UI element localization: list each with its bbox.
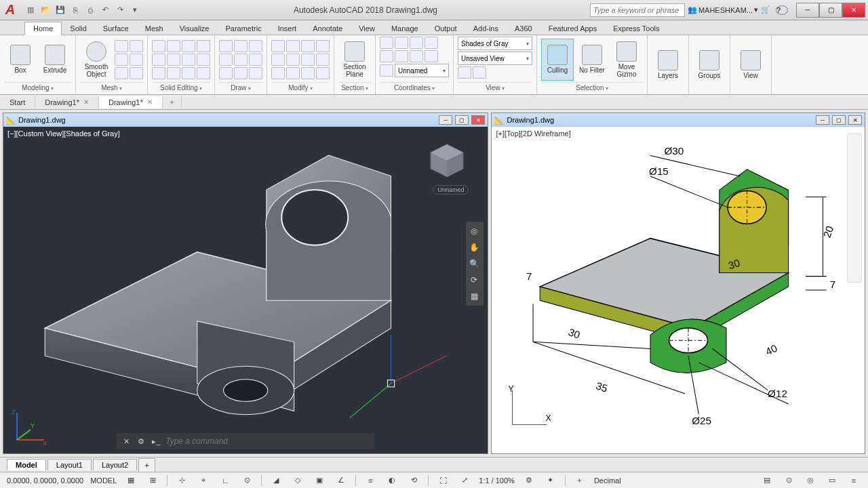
tab-insert[interactable]: Insert — [270, 22, 305, 35]
cmd-close-icon[interactable]: ✕ — [121, 436, 132, 447]
tab-featured[interactable]: Featured Apps — [540, 22, 606, 35]
units-readout[interactable]: Decimal — [594, 476, 621, 485]
draw-tool-icon[interactable] — [249, 40, 262, 52]
solid-tool-icon[interactable] — [182, 54, 195, 66]
modify-tool-icon[interactable] — [301, 54, 315, 66]
panel-coord-label[interactable]: Coordinates — [380, 82, 449, 93]
cycling-icon[interactable]: ⟲ — [406, 474, 421, 487]
tab-surface[interactable]: Surface — [95, 22, 137, 35]
nav-pan-icon[interactable]: ✋ — [467, 241, 481, 254]
doc-maximize[interactable]: ▢ — [455, 115, 469, 125]
layout-tab-add[interactable]: ＋ — [138, 458, 155, 472]
solid-tool-icon[interactable] — [152, 40, 165, 52]
tab-visualize[interactable]: Visualize — [172, 22, 218, 35]
layout-tab-model[interactable]: Model — [7, 459, 46, 470]
ucs-combo[interactable]: Unnamed — [395, 64, 449, 77]
doc-close[interactable]: ✕ — [471, 115, 485, 125]
file-tab-drawing1a[interactable]: Drawing1*✕ — [35, 96, 99, 108]
solid-tool-icon[interactable] — [197, 54, 210, 66]
panel-view-label[interactable]: View — [458, 82, 532, 93]
tab-solid[interactable]: Solid — [62, 22, 94, 35]
lineweight-icon[interactable]: ≡ — [363, 474, 378, 487]
dynamic-input-icon[interactable]: ⌖ — [196, 474, 211, 487]
help-icon[interactable]: ? — [776, 5, 788, 15]
hardware-accel-icon[interactable]: ⊙ — [781, 474, 796, 487]
mesh-tool-icon[interactable] — [130, 54, 143, 66]
annotation-icon[interactable]: ⛶ — [435, 474, 450, 487]
modify-tool-icon[interactable] — [271, 67, 285, 79]
solid-tool-icon[interactable] — [197, 40, 210, 52]
modify-tool-icon[interactable] — [271, 54, 285, 66]
modify-tool-icon[interactable] — [271, 40, 285, 52]
nav-wheel-icon[interactable]: ◎ — [467, 224, 481, 238]
modify-tool-icon[interactable] — [286, 67, 300, 79]
space-indicator[interactable]: MODEL — [90, 476, 117, 485]
coord-tool-icon[interactable] — [425, 50, 438, 62]
coord-tool-icon[interactable] — [395, 37, 408, 49]
coord-tool-icon[interactable] — [380, 64, 393, 77]
section-plane-button[interactable]: Section Plane — [338, 39, 371, 81]
isoplane-icon[interactable]: ◢ — [269, 474, 283, 487]
qat-print-icon[interactable]: ⎙ — [84, 4, 96, 16]
viewport-3d[interactable]: [−][Custom View][Shades of Gray] — [3, 127, 488, 453]
smooth-object-button[interactable]: Smooth Object — [80, 39, 113, 81]
coord-tool-icon[interactable] — [380, 50, 393, 62]
layout-tab-layout2[interactable]: Layout2 — [93, 459, 137, 470]
otrack-icon[interactable]: ∠ — [334, 474, 349, 487]
coord-tool-icon[interactable] — [395, 50, 408, 62]
close-tab-icon[interactable]: ✕ — [83, 98, 89, 106]
draw-tool-icon[interactable] — [234, 54, 248, 66]
qat-save-icon[interactable]: 💾 — [54, 4, 66, 16]
tab-express[interactable]: Express Tools — [605, 22, 667, 35]
annomonitor-icon[interactable]: ＋ — [572, 474, 587, 487]
coord-tool-icon[interactable] — [425, 37, 438, 49]
ortho-icon[interactable]: ∟ — [218, 474, 233, 487]
solid-tool-icon[interactable] — [182, 67, 195, 79]
solid-tool-icon[interactable] — [167, 54, 180, 66]
draw-tool-icon[interactable] — [219, 54, 233, 66]
tab-manage[interactable]: Manage — [383, 22, 427, 35]
infer-icon[interactable]: ⊹ — [174, 474, 189, 487]
panel-selection-label[interactable]: Selection — [541, 82, 643, 93]
panel-modeling-label[interactable]: Modeling — [4, 82, 71, 93]
qat-redo-icon[interactable]: ↷ — [114, 4, 126, 16]
solid-tool-icon[interactable] — [197, 67, 210, 79]
solid-tool-icon[interactable] — [152, 54, 165, 66]
tab-view[interactable]: View — [351, 22, 383, 35]
view-tool-icon[interactable] — [458, 66, 471, 79]
navigation-bar-light[interactable] — [847, 134, 862, 283]
culling-button[interactable]: Culling — [541, 39, 574, 81]
modify-tool-icon[interactable] — [316, 67, 330, 79]
layout-tab-layout1[interactable]: Layout1 — [47, 459, 92, 470]
viewcube-home[interactable]: Unnamed — [433, 185, 469, 195]
qat-open-icon[interactable]: 📂 — [39, 4, 52, 16]
command-line[interactable]: ✕ ⚙ ▸_ — [117, 433, 374, 449]
saved-view-combo[interactable]: Unsaved View — [458, 52, 532, 65]
box-button[interactable]: Box — [4, 39, 37, 81]
app-logo[interactable]: A — [0, 0, 20, 20]
panel-draw-label[interactable]: Draw — [219, 82, 262, 93]
close-tab-icon[interactable]: ✕ — [147, 98, 153, 106]
solid-tool-icon[interactable] — [167, 67, 180, 79]
qat-new-icon[interactable]: ▥ — [24, 4, 37, 16]
file-tab-start[interactable]: Start — [0, 96, 35, 108]
tab-a360[interactable]: A360 — [507, 22, 540, 35]
doc-maximize[interactable]: ▢ — [832, 115, 846, 125]
new-tab-button[interactable]: ＋ — [163, 96, 182, 108]
view-button[interactable]: View — [734, 44, 767, 86]
draw-tool-icon[interactable] — [219, 40, 233, 52]
tab-addins[interactable]: Add-ins — [465, 22, 507, 35]
snap-icon[interactable]: ⊞ — [145, 474, 160, 487]
coord-tool-icon[interactable] — [410, 50, 423, 62]
autoscale-icon[interactable]: ⤢ — [457, 474, 472, 487]
exchange-icon[interactable]: 🛒 — [761, 5, 773, 14]
groups-button[interactable]: Groups — [693, 44, 726, 86]
quickprops-icon[interactable]: ▤ — [760, 474, 774, 487]
mesh-tool-icon[interactable] — [115, 40, 128, 52]
qat-undo-icon[interactable]: ↶ — [99, 4, 111, 16]
custom-icon[interactable]: ≡ — [846, 474, 861, 487]
visual-style-combo[interactable]: Shades of Gray — [458, 37, 532, 50]
minimize-button[interactable]: ─ — [796, 3, 819, 18]
file-tab-drawing1b[interactable]: Drawing1*✕ — [99, 96, 163, 108]
draw-tool-icon[interactable] — [234, 40, 248, 52]
